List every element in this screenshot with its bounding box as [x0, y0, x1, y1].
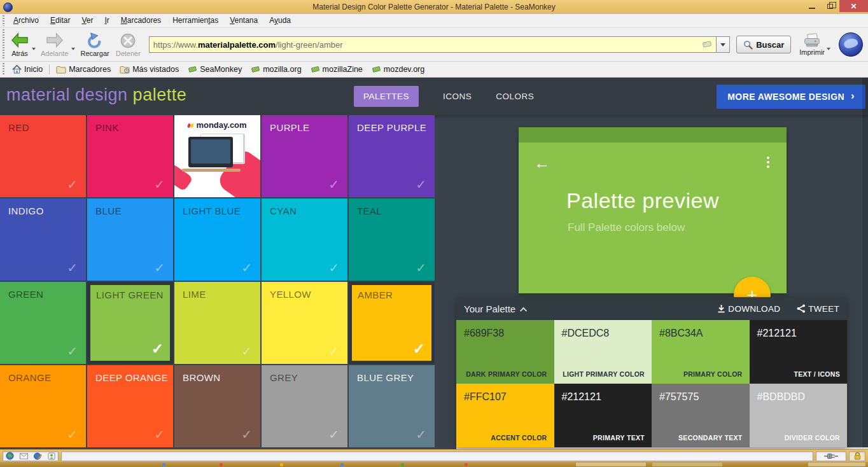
- tile-brown[interactable]: BROWN✓: [174, 365, 260, 447]
- bookmark-tag-icon[interactable]: [702, 40, 712, 49]
- back-dropdown-icon[interactable]: [32, 48, 36, 50]
- swatch-grid: #689F38DARK PRIMARY COLOR #DCEDC8LIGHT P…: [456, 320, 847, 447]
- tile-red[interactable]: RED✓: [0, 115, 86, 197]
- url-history-dropdown[interactable]: [716, 36, 730, 53]
- toolbar-grippy[interactable]: [1, 15, 6, 26]
- url-prefix: https://www.: [153, 40, 198, 50]
- tile-teal[interactable]: TEAL✓: [349, 199, 435, 281]
- swatch-divider[interactable]: #BDBDBDDIVIDER COLOR: [750, 384, 848, 447]
- security-status[interactable]: [849, 451, 865, 461]
- search-icon: [743, 40, 753, 50]
- tile-cyan[interactable]: CYAN✓: [262, 199, 347, 281]
- tile-yellow[interactable]: YELLOW✓: [262, 282, 347, 364]
- check-icon: ✓: [67, 344, 78, 359]
- check-icon: ✓: [241, 260, 252, 275]
- kebab-menu-icon[interactable]: [767, 157, 769, 168]
- tile-amber-selected[interactable]: AMBER✓: [349, 282, 435, 364]
- tile-green[interactable]: GREEN✓: [0, 282, 86, 364]
- bookmark-folder-mas-vistados[interactable]: Más vistados: [115, 62, 183, 77]
- close-button[interactable]: ✕: [839, 0, 868, 12]
- check-icon: ✓: [154, 427, 165, 442]
- navigation-toolbar: Atrás Adelante Recargar Detener https://…: [0, 28, 868, 62]
- toolbar-grippy[interactable]: [1, 29, 6, 60]
- swatch-primary-text[interactable]: #212121PRIMARY TEXT: [554, 384, 652, 447]
- menu-marcadores[interactable]: Marcadores: [115, 14, 167, 27]
- bookmark-mozilla-org[interactable]: mozilla.org: [246, 62, 305, 77]
- stop-button[interactable]: Detener: [113, 32, 143, 58]
- bookmark-folder-marcadores[interactable]: Marcadores: [52, 62, 115, 77]
- online-status[interactable]: [816, 451, 846, 461]
- bookmark-mozdev-org[interactable]: mozdev.org: [367, 62, 429, 77]
- swatch-dark-primary[interactable]: #689F38DARK PRIMARY COLOR: [456, 320, 554, 384]
- menu-archivo[interactable]: Archivo: [8, 14, 45, 27]
- tile-orange[interactable]: ORANGE✓: [0, 365, 86, 447]
- chevron-up-icon[interactable]: [520, 307, 527, 314]
- forward-button[interactable]: Adelante: [38, 32, 71, 58]
- tile-deep-purple[interactable]: DEEP PURPLE✓: [349, 115, 435, 197]
- swatch-primary[interactable]: #8BC34APRIMARY COLOR: [652, 320, 750, 384]
- check-icon: ✓: [241, 427, 252, 442]
- forward-dropdown-icon[interactable]: [71, 48, 75, 50]
- menu-herramientas[interactable]: Herramientas: [167, 14, 224, 27]
- tile-deep-orange[interactable]: DEEP ORANGE✓: [87, 365, 173, 447]
- minimize-button[interactable]: [802, 0, 821, 12]
- more-awesome-design-button[interactable]: MORE AWESOME DESIGN ›: [717, 85, 865, 109]
- tile-indigo[interactable]: INDIGO✓: [0, 199, 86, 281]
- tile-grey[interactable]: GREY✓: [262, 365, 347, 447]
- reload-button[interactable]: Recargar: [78, 32, 111, 58]
- tab-icons[interactable]: ICONS: [443, 92, 472, 101]
- navigator-icon[interactable]: [6, 452, 14, 460]
- print-dropdown-icon[interactable]: [827, 48, 830, 50]
- page-scrollbar[interactable]: [862, 78, 868, 449]
- check-icon: ✓: [241, 344, 252, 359]
- site-logo[interactable]: material design palette: [6, 85, 186, 105]
- restore-button[interactable]: [821, 0, 839, 12]
- tile-blue-grey[interactable]: BLUE GREY✓: [349, 365, 435, 447]
- window-title: Material Design Color Palette Generator …: [0, 0, 868, 14]
- bookmark-seamonkey[interactable]: SeaMonkey: [183, 62, 246, 77]
- menu-ver[interactable]: Ver: [76, 14, 99, 27]
- tab-palettes[interactable]: PALETTES: [354, 86, 419, 107]
- tile-lime[interactable]: LIME✓: [174, 282, 260, 364]
- check-icon: ✓: [413, 340, 425, 358]
- swatch-accent[interactable]: #FFC107ACCENT COLOR: [456, 384, 554, 447]
- menu-editar[interactable]: Editar: [45, 14, 76, 27]
- menu-ayuda[interactable]: Ayuda: [263, 14, 297, 27]
- back-button[interactable]: Atrás: [8, 32, 31, 58]
- toolbar-grippy[interactable]: [1, 63, 6, 76]
- back-arrow-icon: [11, 32, 29, 49]
- check-icon: ✓: [328, 344, 339, 359]
- tile-light-green-selected[interactable]: LIGHT GREEN✓: [87, 282, 173, 364]
- swatch-secondary-text[interactable]: #757575SECONDARY TEXT: [652, 384, 750, 447]
- tile-purple[interactable]: PURPLE✓: [262, 115, 347, 197]
- composer-icon[interactable]: [34, 452, 42, 460]
- mail-icon[interactable]: [20, 453, 28, 459]
- swatch-light-primary[interactable]: #DCEDC8LIGHT PRIMARY COLOR: [554, 320, 652, 384]
- address-book-icon[interactable]: [48, 452, 55, 460]
- url-input[interactable]: https://www.materialpalette.com/light-gr…: [149, 36, 716, 53]
- ad-tile[interactable]: monday.com: [174, 115, 260, 197]
- tile-light-blue[interactable]: LIGHT BLUE✓: [174, 199, 260, 281]
- swatch-text-icons[interactable]: #212121TEXT / ICONS: [750, 320, 848, 384]
- download-button[interactable]: DOWNLOAD: [717, 304, 780, 314]
- tab-colors[interactable]: COLORS: [496, 92, 534, 101]
- bookmark-tag-icon: [188, 66, 197, 73]
- tile-blue[interactable]: BLUE✓: [87, 199, 173, 281]
- component-bar: [3, 451, 59, 461]
- site-nav: PALETTES ICONS COLORS: [354, 78, 534, 115]
- bookmark-mozillazine[interactable]: mozillaZine: [306, 62, 367, 77]
- back-arrow-icon[interactable]: ←: [534, 155, 550, 171]
- bookmark-inicio[interactable]: Inicio: [8, 62, 47, 77]
- menu-ventana[interactable]: Ventana: [224, 14, 263, 27]
- menu-ir[interactable]: Ir: [99, 14, 115, 27]
- ad-illustration: [174, 164, 193, 192]
- bookmark-tag-icon: [251, 66, 260, 73]
- bookmark-tag-icon: [372, 66, 381, 73]
- tweet-button[interactable]: TWEET: [797, 304, 839, 314]
- reload-icon: [87, 32, 103, 49]
- tile-pink[interactable]: PINK✓: [87, 115, 173, 197]
- lock-icon: [854, 452, 861, 460]
- print-button[interactable]: Imprimir: [797, 33, 827, 56]
- seamonkey-logo[interactable]: [839, 32, 863, 57]
- search-button[interactable]: Buscar: [736, 36, 791, 53]
